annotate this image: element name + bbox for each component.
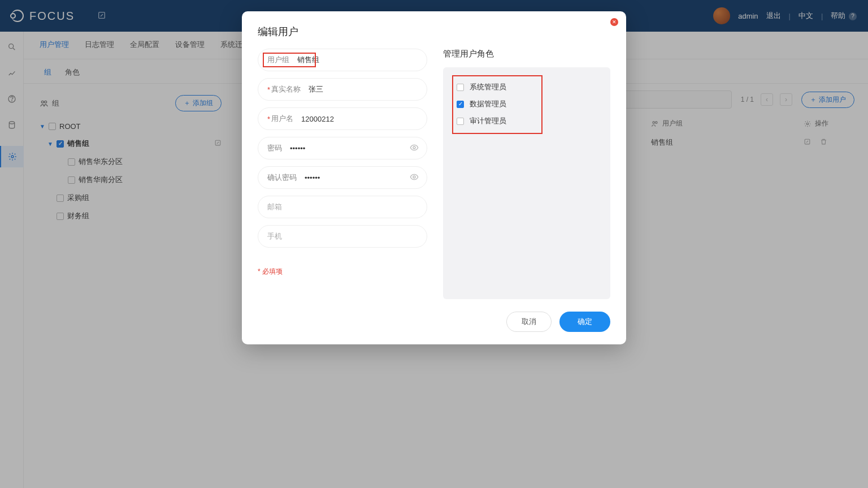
required-note: * 必填项 (258, 267, 427, 277)
form-column: 用户组 销售组 * 真实名称 张三 * 用户名 12000212 密码 ••••… (258, 49, 427, 299)
field-label: 邮箱 (267, 202, 282, 212)
roles-title: 管理用户角色 (443, 49, 610, 59)
checkbox[interactable] (457, 101, 464, 108)
field-label: 确认密码 (267, 172, 297, 183)
field-label: 密码 (267, 143, 282, 153)
svg-point-14 (413, 176, 415, 178)
phone-field[interactable]: 手机 (258, 225, 427, 248)
field-label: 用户组 (267, 55, 289, 65)
roles-column: 管理用户角色 系统管理员 数据管理员 审计管理员 (443, 49, 610, 299)
edit-user-modal: ✕ 编辑用户 用户组 销售组 * 真实名称 张三 * 用户名 12000212 (242, 11, 626, 344)
svg-point-13 (413, 146, 415, 149)
field-value: •••••• (305, 174, 320, 182)
role-row-auditadmin[interactable]: 审计管理员 (455, 113, 507, 129)
roles-box: 系统管理员 数据管理员 审计管理员 (443, 67, 610, 299)
role-row-dataadmin[interactable]: 数据管理员 (455, 96, 507, 113)
role-row-sysadmin[interactable]: 系统管理员 (455, 79, 507, 96)
field-label: 手机 (267, 231, 282, 241)
modal-overlay: ✕ 编辑用户 用户组 销售组 * 真实名称 张三 * 用户名 12000212 (0, 0, 868, 488)
field-label: 真实名称 (271, 84, 301, 94)
username-field[interactable]: * 用户名 12000212 (258, 107, 427, 130)
field-value: •••••• (290, 144, 305, 153)
password-field[interactable]: 密码 •••••• (258, 137, 427, 159)
usergroup-field[interactable]: 用户组 销售组 (258, 49, 427, 71)
modal-title: 编辑用户 (258, 25, 610, 38)
close-icon[interactable]: ✕ (610, 18, 618, 26)
confirm-button[interactable]: 确定 (559, 312, 610, 332)
checkbox[interactable] (457, 118, 464, 125)
role-label: 数据管理员 (470, 99, 506, 109)
field-value: 张三 (309, 84, 323, 94)
eye-icon[interactable] (410, 143, 419, 154)
email-field[interactable]: 邮箱 (258, 196, 427, 218)
field-value: 12000212 (301, 115, 334, 123)
field-label: 用户名 (271, 114, 293, 124)
checkbox[interactable] (457, 84, 464, 91)
role-label: 系统管理员 (470, 82, 506, 92)
highlight-box: 系统管理员 数据管理员 审计管理员 (452, 75, 542, 134)
realname-field[interactable]: * 真实名称 张三 (258, 78, 427, 101)
eye-icon[interactable] (410, 172, 419, 183)
cancel-button[interactable]: 取消 (506, 312, 552, 332)
field-value: 销售组 (297, 55, 319, 65)
confirm-password-field[interactable]: 确认密码 •••••• (258, 166, 427, 189)
role-label: 审计管理员 (470, 116, 506, 126)
